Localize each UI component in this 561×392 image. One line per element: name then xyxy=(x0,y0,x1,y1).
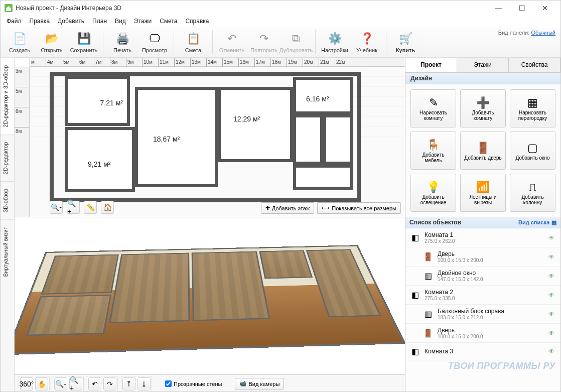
rotate-right-button[interactable]: ↷ xyxy=(103,377,116,390)
card-icon: 🚪 xyxy=(476,141,490,155)
tutorial-button[interactable]: ❓Учебник xyxy=(351,28,383,56)
camera-icon: 📹 xyxy=(239,380,246,387)
redo-button[interactable]: ↷Повторить xyxy=(248,28,280,56)
duplicate-button[interactable]: ⧉Дублировать xyxy=(280,28,312,56)
tab-2d-3d[interactable]: 2D-редактор и 3D-обзор xyxy=(1,58,14,135)
maximize-button[interactable]: ☐ xyxy=(510,1,533,16)
object-list-item[interactable]: ▥Двойное окно147.0 x 15.0 x 142.0👁 xyxy=(405,267,560,286)
menu-file[interactable]: Файл xyxy=(3,17,26,26)
object-icon: 🚪 xyxy=(423,251,434,263)
settings-button[interactable]: ⚙️Настройки xyxy=(319,28,351,56)
menu-help[interactable]: Справка xyxy=(181,17,213,26)
object-list-item[interactable]: ◧Комната 1275.0 x 262.0👁 xyxy=(405,228,560,247)
minimize-button[interactable]: — xyxy=(487,1,510,16)
visibility-eye-icon[interactable]: 👁 xyxy=(548,253,556,260)
visibility-eye-icon[interactable]: 👁 xyxy=(548,273,556,280)
print-button[interactable]: 🖨️Печать xyxy=(106,28,138,56)
rotate-360-button[interactable]: 360° xyxy=(20,377,33,390)
menu-plan[interactable]: План xyxy=(88,17,111,26)
design-card-8[interactable]: ⎍Добавить колонну xyxy=(510,174,555,212)
horizontal-ruler: м4м5м6м7м8м9м10м11м12м13м14м15м16м17м18м… xyxy=(30,58,405,67)
close-button[interactable]: ✕ xyxy=(533,1,556,16)
duplicate-icon: ⧉ xyxy=(289,31,304,46)
help-icon: ❓ xyxy=(359,31,374,46)
toolbar-separator xyxy=(212,30,213,54)
menu-edit[interactable]: Правка xyxy=(26,17,54,26)
design-card-6[interactable]: 💡Добавить освещение xyxy=(410,174,456,212)
vertical-ruler: 3м5м6м8м xyxy=(15,67,30,217)
design-card-0[interactable]: ✎Нарисовать комнату xyxy=(410,89,456,127)
tab-virtual-visit[interactable]: Виртуальный визит xyxy=(1,219,14,284)
design-card-1[interactable]: ➕Добавить комнату xyxy=(460,89,506,127)
tab-project[interactable]: Проект xyxy=(405,58,457,72)
menu-estimate[interactable]: Смета xyxy=(156,17,181,26)
plan-canvas-2d[interactable]: 7,21 м² 9,21 м² 18,67 м² 12,29 м² 6,16 м… xyxy=(30,67,405,217)
object-list-item[interactable]: ▥Балконный блок справа183.0 x 15.0 x 212… xyxy=(405,305,560,324)
save-button[interactable]: 💾Сохранить xyxy=(68,28,100,56)
tilt-back-button[interactable]: ⤒ xyxy=(122,377,135,390)
visibility-eye-icon[interactable]: 👁 xyxy=(548,348,556,355)
card-icon: ✎ xyxy=(429,96,438,110)
add-floor-button[interactable]: ✚Добавить этаж xyxy=(261,202,314,214)
zoom-in-3d-button[interactable]: 🔍+ xyxy=(69,377,82,390)
tab-properties[interactable]: Свойства xyxy=(509,58,560,72)
object-name: Балконный блок справа xyxy=(438,308,544,315)
design-card-7[interactable]: 📶Лестницы и вырезы xyxy=(460,174,506,212)
view-3d-canvas[interactable] xyxy=(15,217,405,374)
object-list-item[interactable]: 🚪Дверь100.0 x 15.0 x 200.0👁 xyxy=(405,247,560,267)
pan-button[interactable]: ✋ xyxy=(35,377,48,390)
menu-add[interactable]: Добавить xyxy=(54,17,88,26)
camera-view-button[interactable]: 📹Вид камеры xyxy=(235,378,284,389)
transparent-walls-checkbox[interactable]: Прозрачные стены xyxy=(165,380,222,387)
measure-button[interactable]: 📏 xyxy=(84,201,97,214)
design-card-3[interactable]: 🪑Добавить мебель xyxy=(410,132,456,170)
rotate-left-button[interactable]: ↶ xyxy=(88,377,101,390)
object-icon: ▥ xyxy=(423,271,434,282)
preview-button[interactable]: 🖵Просмотр xyxy=(138,28,171,56)
menu-floors[interactable]: Этажи xyxy=(130,17,156,26)
monitor-icon: 🖵 xyxy=(147,31,162,46)
home-button[interactable]: 🏠 xyxy=(101,201,114,214)
zoom-out-3d-button[interactable]: 🔍- xyxy=(54,377,67,390)
object-name: Дверь xyxy=(438,250,544,257)
objects-list: ◧Комната 1275.0 x 262.0👁🚪Дверь100.0 x 15… xyxy=(405,228,560,392)
visibility-eye-icon[interactable]: 👁 xyxy=(548,330,556,337)
visibility-eye-icon[interactable]: 👁 xyxy=(548,311,556,318)
tab-floors[interactable]: Этажи xyxy=(457,58,509,72)
view-list-link[interactable]: Вид списка ▦ xyxy=(518,219,556,226)
object-list-item[interactable]: 🚪Дверь100.0 x 15.0 x 200.0👁 xyxy=(405,324,560,343)
open-button[interactable]: 📂Открыть xyxy=(36,28,68,56)
objects-section-header: Список объектов Вид списка ▦ xyxy=(405,217,560,228)
undo-button[interactable]: ↶Отменить xyxy=(216,28,248,56)
create-button[interactable]: 📄Создать xyxy=(4,28,36,56)
card-icon: ▢ xyxy=(527,141,538,155)
object-dimensions: 183.0 x 15.0 x 212.0 xyxy=(438,315,544,320)
card-label: Добавить дверь xyxy=(464,155,501,161)
bottom-toolbar-3d: 360° ✋ 🔍- 🔍+ ↶ ↷ ⤒ ⤓ Прозрачные стены 📹В… xyxy=(15,374,405,392)
object-name: Дверь xyxy=(438,327,544,334)
design-card-2[interactable]: ▦Нарисовать перегородку xyxy=(510,89,555,127)
window-title: Новый проект - Дизайн Интерьера 3D xyxy=(16,5,487,12)
menu-view[interactable]: Вид xyxy=(111,17,130,26)
visibility-eye-icon[interactable]: 👁 xyxy=(548,234,556,241)
tab-3d-view[interactable]: 3D-обзор xyxy=(1,181,14,219)
visibility-eye-icon[interactable]: 👁 xyxy=(548,292,556,299)
object-icon: ◧ xyxy=(409,346,420,357)
card-icon: 📶 xyxy=(476,180,490,194)
design-card-5[interactable]: ▢Добавить окно xyxy=(510,132,555,170)
buy-button[interactable]: 🛒Купить xyxy=(389,28,422,56)
estimate-button[interactable]: 📋Смета xyxy=(177,28,209,56)
zoom-out-button[interactable]: 🔍- xyxy=(50,201,63,214)
object-list-item[interactable]: ◧Комната 2275.0 x 335.0👁 xyxy=(405,286,560,305)
plus-icon: ✚ xyxy=(265,205,270,211)
panel-mode-link[interactable]: Обычный xyxy=(531,30,555,36)
tab-2d-editor[interactable]: 2D-редактор xyxy=(1,135,14,181)
room-area-label: 9,21 м² xyxy=(88,160,110,168)
object-dimensions: 100.0 x 15.0 x 200.0 xyxy=(438,257,544,263)
toolbar-separator xyxy=(315,30,316,54)
zoom-in-button[interactable]: 🔍+ xyxy=(67,201,80,214)
tilt-forward-button[interactable]: ⤓ xyxy=(137,377,151,390)
show-dimensions-button[interactable]: ⟷Показывать все размеры xyxy=(317,202,401,214)
design-card-4[interactable]: 🚪Добавить дверь xyxy=(460,132,506,170)
object-list-item[interactable]: ◧Комната 3👁 xyxy=(405,343,560,360)
